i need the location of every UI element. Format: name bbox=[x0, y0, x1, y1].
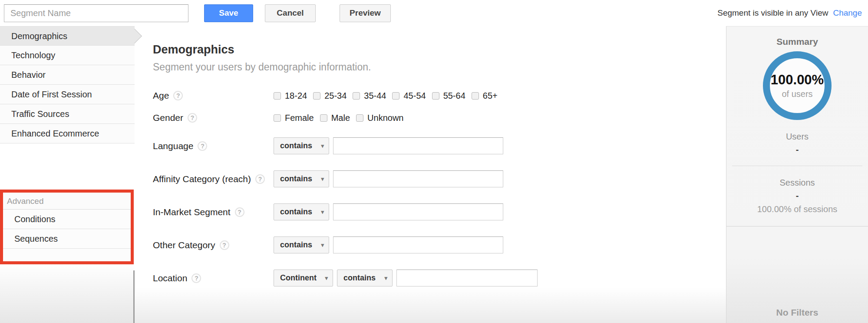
age-option-65-plus[interactable]: 65+ bbox=[472, 91, 498, 101]
no-filters-text: No Filters bbox=[726, 307, 868, 318]
chevron-down-icon: ▾ bbox=[321, 176, 324, 182]
sessions-percent: 100.00% of sessions bbox=[726, 204, 868, 214]
affinity-operator-select[interactable]: contains ▾ bbox=[274, 170, 329, 187]
preview-button[interactable]: Preview bbox=[340, 4, 391, 22]
age-option-35-44[interactable]: 35-44 bbox=[353, 91, 386, 101]
checkbox-label: Female bbox=[285, 113, 314, 123]
checkbox-label: 55-64 bbox=[443, 91, 465, 101]
checkbox[interactable] bbox=[274, 114, 281, 122]
help-icon[interactable]: ? bbox=[220, 240, 229, 250]
gender-option-male[interactable]: Male bbox=[320, 113, 350, 123]
checkbox[interactable] bbox=[353, 92, 360, 100]
advanced-section-header: Advanced bbox=[3, 193, 131, 210]
language-value-input[interactable] bbox=[333, 137, 503, 154]
advanced-section-filler bbox=[3, 249, 131, 261]
age-label: Age ? bbox=[153, 90, 274, 101]
sidebar-item-label: Traffic Sources bbox=[11, 109, 69, 119]
age-options: 18-24 25-34 35-44 45-54 bbox=[274, 91, 498, 101]
language-label: Language ? bbox=[153, 141, 274, 151]
sidebar-item-label: Sequences bbox=[14, 234, 58, 243]
checkbox[interactable] bbox=[320, 114, 327, 122]
field-label-text: Age bbox=[153, 90, 169, 101]
location-label: Location ? bbox=[153, 273, 274, 283]
chevron-down-icon: ▾ bbox=[321, 209, 324, 215]
field-label-text: Other Category bbox=[153, 240, 215, 250]
gender-option-female[interactable]: Female bbox=[274, 113, 314, 123]
checkbox[interactable] bbox=[274, 92, 281, 100]
affinity-value-input[interactable] bbox=[333, 170, 503, 187]
checkbox-label: Male bbox=[331, 113, 350, 123]
location-row: Location ? Continent ▾ contains ▾ bbox=[153, 270, 726, 286]
gender-option-unknown[interactable]: Unknown bbox=[356, 113, 403, 123]
sidebar-item-behavior[interactable]: Behavior bbox=[0, 65, 135, 85]
sidebar-item-traffic-sources[interactable]: Traffic Sources bbox=[0, 104, 135, 124]
other-category-row: Other Category ? contains ▾ bbox=[153, 236, 726, 253]
age-option-55-64[interactable]: 55-64 bbox=[432, 91, 465, 101]
in-market-operator-select[interactable]: contains ▾ bbox=[274, 203, 329, 220]
help-icon[interactable]: ? bbox=[188, 113, 197, 123]
chevron-down-icon: ▾ bbox=[321, 242, 324, 248]
visibility-text: Segment is visible in any View bbox=[717, 8, 828, 18]
help-icon[interactable]: ? bbox=[173, 91, 183, 100]
summary-panel: Summary 100.00% of users Users - Session… bbox=[726, 26, 868, 323]
users-value: - bbox=[726, 145, 868, 155]
checkbox-label: 35-44 bbox=[364, 91, 386, 101]
gender-options: Female Male Unknown bbox=[274, 113, 403, 123]
sidebar-item-conditions[interactable]: Conditions bbox=[3, 210, 131, 229]
help-icon[interactable]: ? bbox=[191, 273, 201, 283]
field-label-text: Location bbox=[153, 273, 187, 283]
demographics-panel: Demographics Segment your users by demog… bbox=[135, 26, 726, 323]
in-market-segment-label: In-Market Segment ? bbox=[153, 207, 274, 217]
select-value: Continent bbox=[280, 273, 317, 283]
checkbox[interactable] bbox=[472, 92, 479, 100]
age-option-45-54[interactable]: 45-54 bbox=[392, 91, 426, 101]
checkbox[interactable] bbox=[432, 92, 439, 100]
help-icon[interactable]: ? bbox=[255, 174, 265, 184]
segment-builder-body: Demographics Technology Behavior Date of… bbox=[0, 26, 868, 323]
location-operator-select[interactable]: contains ▾ bbox=[337, 270, 393, 286]
other-category-operator-select[interactable]: contains ▾ bbox=[274, 236, 329, 253]
affinity-category-row: Affinity Category (reach) ? contains ▾ bbox=[153, 170, 726, 187]
language-operator-select[interactable]: contains ▾ bbox=[274, 137, 329, 154]
cancel-button[interactable]: Cancel bbox=[265, 4, 316, 22]
checkbox-label: Unknown bbox=[367, 113, 403, 123]
summary-title: Summary bbox=[726, 37, 868, 47]
checkbox[interactable] bbox=[313, 92, 320, 100]
save-button[interactable]: Save bbox=[204, 4, 253, 22]
select-value: contains bbox=[343, 273, 376, 283]
location-value-input[interactable] bbox=[396, 270, 538, 286]
summary-ring: 100.00% of users bbox=[763, 51, 832, 120]
location-dimension-select[interactable]: Continent ▾ bbox=[274, 270, 333, 286]
demographics-form: Age ? 18-24 25-34 35-44 bbox=[153, 90, 726, 286]
sidebar-item-demographics[interactable]: Demographics bbox=[0, 26, 135, 46]
top-toolbar: Save Cancel Preview Segment is visible i… bbox=[0, 0, 868, 26]
page-title: Demographics bbox=[153, 43, 726, 57]
help-icon[interactable]: ? bbox=[235, 207, 244, 217]
checkbox-label: 25-34 bbox=[324, 91, 347, 101]
age-option-18-24[interactable]: 18-24 bbox=[274, 91, 307, 101]
sidebar-item-sequences[interactable]: Sequences bbox=[3, 229, 131, 249]
checkbox[interactable] bbox=[392, 92, 399, 100]
in-market-value-input[interactable] bbox=[333, 203, 503, 220]
summary-divider bbox=[732, 166, 862, 166]
age-option-25-34[interactable]: 25-34 bbox=[313, 91, 347, 101]
select-value: contains bbox=[280, 240, 312, 250]
sidebar-item-label: Demographics bbox=[11, 31, 67, 41]
chevron-down-icon: ▾ bbox=[321, 143, 324, 149]
users-percent-caption: of users bbox=[782, 89, 812, 99]
select-value: contains bbox=[280, 207, 312, 216]
age-row: Age ? 18-24 25-34 35-44 bbox=[153, 90, 726, 101]
sessions-label: Sessions bbox=[726, 178, 868, 188]
change-link[interactable]: Change bbox=[833, 8, 862, 18]
language-row: Language ? contains ▾ bbox=[153, 137, 726, 154]
sidebar-item-enhanced-ecommerce[interactable]: Enhanced Ecommerce bbox=[0, 124, 135, 143]
other-category-value-input[interactable] bbox=[333, 236, 503, 253]
checkbox[interactable] bbox=[356, 114, 363, 122]
sidebar-item-date-of-first-session[interactable]: Date of First Session bbox=[0, 85, 135, 104]
sidebar-item-technology[interactable]: Technology bbox=[0, 46, 135, 65]
help-icon[interactable]: ? bbox=[198, 141, 207, 151]
segment-name-input[interactable] bbox=[4, 4, 188, 22]
gender-row: Gender ? Female Male Unknown bbox=[153, 113, 726, 123]
checkbox-label: 65+ bbox=[483, 91, 498, 101]
field-label-text: Gender bbox=[153, 113, 183, 123]
